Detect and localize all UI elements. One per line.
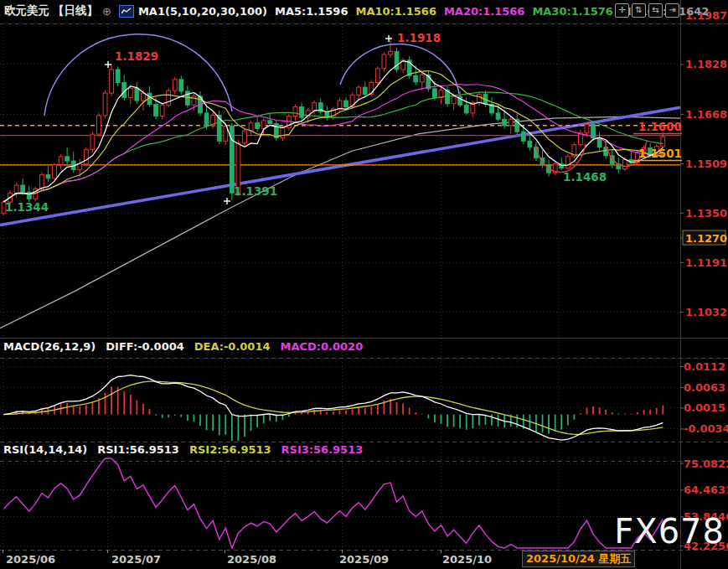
macd-macd-value: MACD:0.0020 [281, 340, 364, 353]
svg-text:1.1918: 1.1918 [397, 31, 441, 44]
svg-text:1.1344: 1.1344 [5, 200, 49, 214]
watermark: FX678 [614, 515, 725, 548]
svg-text:1.1600: 1.1600 [638, 120, 682, 133]
right-axis: 1.19871.18281.16681.15091.13501.12701.11… [680, 9, 728, 553]
svg-text:1.1828: 1.1828 [685, 58, 727, 70]
rsi3-value: RSI3:56.9513 [281, 443, 364, 456]
svg-text:75.0822: 75.0822 [684, 458, 728, 470]
svg-text:0.0112: 0.0112 [684, 360, 725, 373]
svg-text:1.1270: 1.1270 [685, 232, 727, 245]
move-tool-icon[interactable]: ✛ [615, 3, 629, 18]
svg-text:1.1509: 1.1509 [685, 158, 727, 170]
macd-legend: MACD(26,12,9) DIFF:-0.0004 DEA:-0.0014 M… [3, 340, 363, 353]
macd-title: MACD(26,12,9) [3, 340, 96, 353]
x-axis-label-jun: 2025/06 [6, 553, 55, 566]
x-axis-label-jul: 2025/07 [111, 553, 161, 566]
svg-text:0.0063: 0.0063 [684, 381, 725, 394]
svg-text:-0.0034: -0.0034 [684, 422, 728, 435]
rsi1-value: RSI1:56.9513 [97, 443, 179, 456]
pan-right-icon[interactable]: ⇥ [665, 3, 679, 18]
svg-text:64.4631: 64.4631 [684, 484, 728, 496]
rsi-legend: RSI(14,14,14) RSI1:56.9513 RSI2:56.9513 … [3, 443, 363, 456]
ma10-value: MA10:1.1566 [355, 5, 436, 18]
rsi2-value: RSI2:56.9513 [189, 443, 271, 456]
chart-annotations: 1.18291.19181.13441.13911.14681.16001.15… [5, 31, 682, 214]
svg-text:1.1501: 1.1501 [638, 147, 682, 160]
rsi-title: RSI(14,14,14) [3, 443, 87, 456]
svg-text:1.1032: 1.1032 [685, 306, 727, 318]
timeframe-label: 【日线】 [53, 3, 98, 18]
y-axis-scale-icon[interactable]: ⇅ [632, 3, 646, 18]
chart-window: 1.18291.19181.13441.13911.14681.16001.15… [0, 0, 728, 569]
svg-text:1.1829: 1.1829 [115, 49, 158, 63]
chart-style-icon[interactable] [119, 5, 134, 18]
ma20-value: MA20:1.1566 [444, 5, 524, 18]
chart-toolbar: ✛ ⇅ ⇆ ⇥ [615, 3, 679, 18]
svg-text:0.0015: 0.0015 [684, 401, 725, 414]
x-axis-label-aug: 2025/08 [227, 553, 276, 566]
svg-text:1.1191: 1.1191 [685, 256, 727, 269]
ma-group-label: MA1(5,10,20,30,100) [138, 5, 267, 18]
candlestick-glyph-icon [121, 8, 132, 15]
symbol-title: 欧元美元 [4, 3, 49, 18]
x-axis-scale-icon[interactable]: ⇆ [648, 3, 663, 18]
macd-pane[interactable] [4, 375, 663, 441]
chart-canvas[interactable]: 1.18291.19181.13441.13911.14681.16001.15… [0, 0, 728, 569]
svg-text:1.1668: 1.1668 [685, 108, 727, 121]
svg-text:1.1391: 1.1391 [234, 184, 277, 198]
current-date-badge: 2025/10/24 星期五 [522, 551, 635, 567]
add-indicator-icon[interactable]: ⊕ [102, 5, 111, 18]
ma5-value: MA5:1.1596 [275, 5, 348, 18]
svg-text:1.1468: 1.1468 [563, 170, 607, 184]
svg-text:1.1350: 1.1350 [685, 207, 727, 220]
x-axis-label-oct: 2025/10 [442, 553, 492, 566]
macd-dea-value: DEA:-0.0014 [194, 340, 271, 353]
ma30-value: MA30:1.1576 [532, 5, 612, 18]
macd-diff-value: DIFF:-0.0004 [106, 340, 183, 353]
x-axis-label-sep: 2025/09 [339, 553, 389, 566]
rsi-pane[interactable] [4, 458, 663, 548]
